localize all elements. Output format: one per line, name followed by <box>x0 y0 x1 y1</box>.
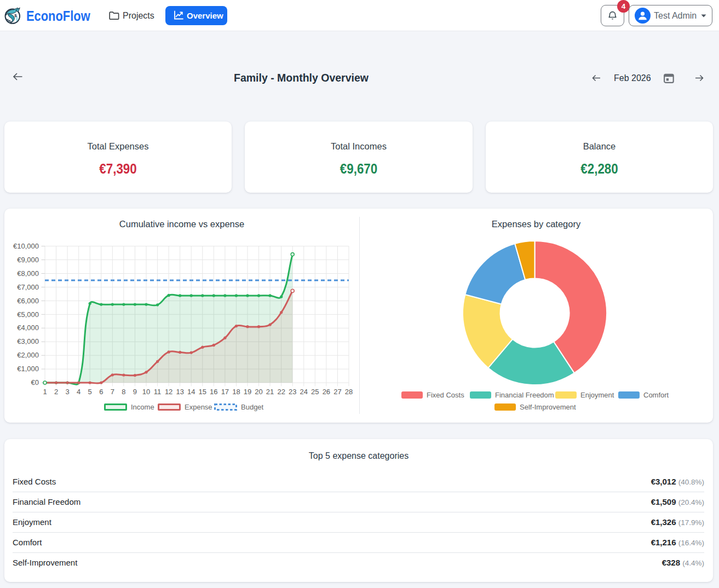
svg-text:14: 14 <box>187 388 195 396</box>
svg-text:28: 28 <box>345 388 353 396</box>
svg-text:$: $ <box>14 13 17 18</box>
svg-text:€9,000: €9,000 <box>17 256 39 264</box>
svg-text:22: 22 <box>277 388 285 396</box>
svg-text:€3,000: €3,000 <box>17 337 39 345</box>
svg-text:€0: €0 <box>31 378 39 387</box>
svg-text:24: 24 <box>300 388 308 396</box>
svg-text:3: 3 <box>65 388 69 396</box>
svg-text:16: 16 <box>210 388 217 396</box>
svg-text:€7,000: €7,000 <box>17 283 39 291</box>
svg-text:21: 21 <box>266 388 274 396</box>
svg-text:7: 7 <box>111 388 114 396</box>
svg-text:€5,000: €5,000 <box>17 310 39 319</box>
svg-text:12: 12 <box>165 388 172 396</box>
svg-text:€10,000: €10,000 <box>13 242 39 250</box>
svg-text:27: 27 <box>333 388 341 396</box>
svg-text:5: 5 <box>88 388 92 396</box>
svg-text:€1,000: €1,000 <box>17 365 39 373</box>
svg-text:11: 11 <box>154 388 162 396</box>
svg-text:17: 17 <box>221 388 229 396</box>
svg-text:9: 9 <box>133 388 137 396</box>
svg-text:18: 18 <box>232 388 240 396</box>
svg-text:13: 13 <box>176 388 183 396</box>
svg-text:€4,000: €4,000 <box>17 324 39 332</box>
svg-text:23: 23 <box>289 388 296 396</box>
svg-text:25: 25 <box>311 388 319 396</box>
svg-text:€6,000: €6,000 <box>17 297 39 305</box>
svg-text:20: 20 <box>255 388 262 396</box>
svg-text:4: 4 <box>77 388 80 396</box>
svg-text:6: 6 <box>99 388 103 396</box>
svg-text:15: 15 <box>199 388 206 396</box>
svg-text:2: 2 <box>54 388 58 396</box>
svg-text:€2,000: €2,000 <box>17 351 39 359</box>
svg-text:8: 8 <box>122 388 125 396</box>
svg-text:26: 26 <box>323 388 330 396</box>
svg-text:19: 19 <box>244 388 251 396</box>
svg-text:€8,000: €8,000 <box>17 269 39 278</box>
svg-text:1: 1 <box>43 388 47 396</box>
svg-text:10: 10 <box>142 388 150 396</box>
